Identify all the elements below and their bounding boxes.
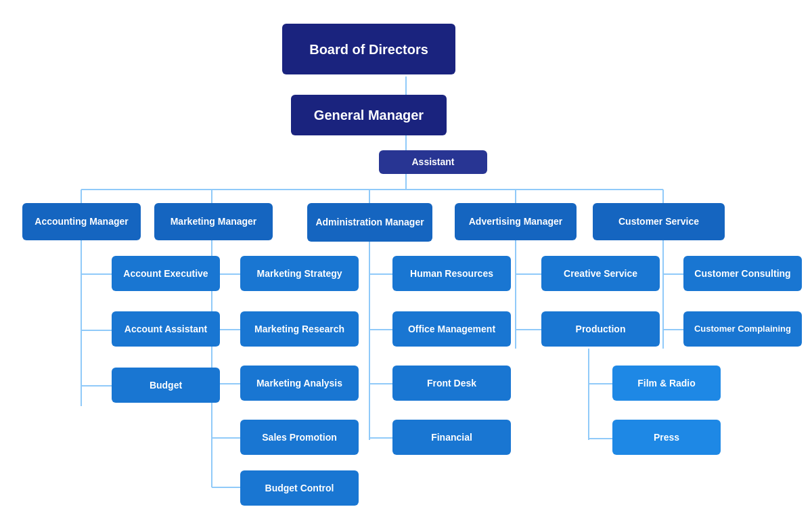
assistant-node: Assistant (379, 150, 487, 174)
customer-consulting-node: Customer Consulting (683, 256, 802, 291)
front-desk-node: Front Desk (392, 366, 511, 401)
customer-complaining-node: Customer Complaining (683, 311, 802, 347)
marketing-manager-node: Marketing Manager (154, 203, 273, 240)
budget-control-node: Budget Control (240, 470, 359, 506)
human-resources-node: Human Resources (392, 256, 511, 291)
office-management-node: Office Management (392, 311, 511, 347)
advertising-manager-node: Advertising Manager (455, 203, 577, 240)
account-executive-node: Account Executive (112, 256, 220, 291)
customer-service-node: Customer Service (593, 203, 725, 240)
accounting-manager-node: Accounting Manager (22, 203, 141, 240)
marketing-research-node: Marketing Research (240, 311, 359, 347)
film-radio-node: Film & Radio (612, 366, 721, 401)
administration-manager-node: Administration Manager (307, 203, 432, 242)
marketing-analysis-node: Marketing Analysis (240, 366, 359, 401)
press-node: Press (612, 420, 721, 455)
sales-promotion-node: Sales Promotion (240, 420, 359, 455)
board-of-directors-node: Board of Directors (282, 24, 455, 74)
marketing-strategy-node: Marketing Strategy (240, 256, 359, 291)
general-manager-node: General Manager (291, 95, 447, 135)
production-node: Production (541, 311, 660, 347)
budget-node: Budget (112, 368, 220, 403)
account-assistant-node: Account Assistant (112, 311, 220, 347)
creative-service-node: Creative Service (541, 256, 660, 291)
financial-node: Financial (392, 420, 511, 455)
org-chart: .conn { stroke: #90caf9; stroke-width: 2… (0, 0, 812, 34)
